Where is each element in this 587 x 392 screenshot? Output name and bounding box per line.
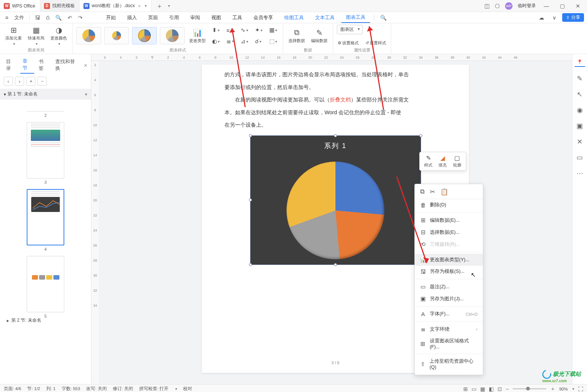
tab-close-icon[interactable]: × [137, 3, 142, 9]
reset-style-button[interactable]: ↺ 重置样式 [365, 39, 387, 47]
style-btn[interactable]: ⬚▾ [267, 37, 279, 46]
paste-icon[interactable]: 📋 [440, 188, 448, 196]
ctx-change-chart-type[interactable]: 📊更改图表类型(Y)... [415, 254, 483, 266]
login-label[interactable]: 临时登录 [518, 3, 536, 9]
undo-icon[interactable]: ↶ [65, 15, 74, 21]
minimize-button[interactable]: — [541, 3, 552, 9]
thumbnails[interactable]: 2 3 4 5 [0, 100, 91, 384]
close-button[interactable]: ✕ [573, 3, 583, 9]
ctx-delete[interactable]: 🗑删除(D) [415, 199, 483, 211]
style-btn[interactable]: ≡▾ [224, 26, 236, 35]
status-words[interactable]: 字数: 553 [62, 386, 80, 392]
ctx-select-data[interactable]: ⊟选择数据(E)... [415, 226, 483, 238]
tab-tools[interactable]: 工具 [228, 13, 247, 23]
ctx-font[interactable]: A字体(F)...Ctrl+D [415, 308, 483, 320]
pie-chart[interactable] [287, 162, 384, 259]
outline-button[interactable]: ▢轮廓 [453, 154, 461, 168]
status-track[interactable]: 修订: 关闭 [113, 386, 133, 392]
add-element-button[interactable]: ⊞添加元素▾ [4, 25, 23, 47]
sidebar-location-pin[interactable]: 📍 [575, 58, 585, 67]
maximize-button[interactable]: ▢ [557, 3, 567, 9]
section-header[interactable]: ▾ 第 1 节: 未命名▾ [0, 89, 91, 100]
style-btn[interactable]: ▦▾ [267, 26, 279, 35]
expand-icon[interactable]: ∨ [550, 15, 558, 21]
style-button[interactable]: ✎样式 [424, 154, 432, 168]
nav-tab-sections[interactable]: 章节 [20, 56, 35, 74]
tab-list-icon[interactable]: ▾ [167, 4, 170, 8]
nav-tab-find-replace[interactable]: 查找和替换 [53, 57, 82, 73]
book-icon[interactable]: ▭ [576, 153, 583, 162]
nav-next-button[interactable]: › [15, 77, 24, 86]
set-format-button[interactable]: ⚙ 设置格式 [337, 39, 359, 47]
page-thumb[interactable]: 2 [0, 102, 91, 120]
edit-data-button[interactable]: ✎编辑数据 [309, 27, 329, 44]
section-header-2[interactable]: ▸ 第 2 节: 未命名 [7, 317, 41, 324]
tab-app[interactable]: W WPS Office [0, 0, 40, 12]
cube-icon[interactable]: ⬡ [495, 3, 500, 9]
fullscreen-icon[interactable]: ⛶ [578, 386, 583, 392]
vertical-ruler[interactable]: 246810121416182022242628303234 [91, 61, 99, 384]
ctx-upload[interactable]: ⇪上传至稻壳资源中心(Q) [415, 356, 483, 372]
save-icon[interactable]: 🖫 [33, 15, 42, 21]
view-mode-icon[interactable]: ▦ [480, 386, 485, 392]
page-thumb[interactable]: 3 [0, 120, 91, 187]
horizontal-ruler[interactable]: 642∇246810121416182022242628303234363840… [91, 54, 572, 61]
tab-menu-icon[interactable]: ▾ [144, 4, 147, 8]
tab-draw-tools[interactable]: 绘图工具 [280, 13, 308, 23]
image-icon[interactable]: ▣ [576, 122, 583, 130]
select-data-button[interactable]: ⧉选择数据 [287, 27, 306, 44]
cursor-icon[interactable]: ↖ [577, 90, 582, 98]
document-scroll[interactable]: 的方式，请单击该图片，图片旁边将会显示布局选项按钮。当处理表格时，单击 要添加行… [99, 61, 572, 384]
preview-icon[interactable]: 🔍 [53, 15, 64, 21]
view-mode-icon[interactable]: ⊞ [463, 386, 468, 392]
ctx-edit-data[interactable]: ⊞编辑数据(E)... [415, 214, 483, 226]
redo-icon[interactable]: ↷ [76, 15, 85, 21]
tab-home[interactable]: 开始 [102, 13, 120, 23]
tab-add-button[interactable]: ＋ [152, 2, 167, 11]
panel-icon[interactable]: ◫ [484, 3, 490, 9]
share-button[interactable]: ⇪分享 [562, 13, 584, 22]
status-section[interactable]: 节: 1/2 [27, 386, 40, 392]
zoom-slider[interactable] [513, 388, 546, 389]
tab-members[interactable]: 会员专享 [249, 13, 278, 23]
tab-chart-tools[interactable]: 图表工具 [341, 12, 370, 23]
style-btn[interactable]: ⬍▾ [210, 26, 221, 35]
nav-add-button[interactable]: ＋ [26, 77, 35, 86]
style-btn[interactable]: ⊿▾ [239, 37, 250, 46]
nav-tab-toc[interactable]: 目录 [4, 57, 18, 73]
chart-style-preset[interactable] [160, 27, 185, 44]
page-thumb-selected[interactable]: 4 [0, 187, 91, 254]
change-color-button[interactable]: ◑更改颜色▾ [49, 25, 68, 47]
cloud-icon[interactable]: ☁ [537, 15, 546, 21]
menu-icon[interactable]: ≡ [3, 15, 11, 21]
ctx-save-as-image[interactable]: ▣另存为图片(J)... [415, 293, 483, 305]
style-btn[interactable]: ☌▾ [253, 37, 264, 46]
page-thumb[interactable]: 5 [0, 254, 91, 321]
file-menu[interactable]: 文件 [12, 14, 26, 21]
ctx-caption[interactable]: ▭题注(Z)... [415, 281, 483, 293]
pen-icon[interactable]: ✎ [577, 74, 582, 83]
change-type-button[interactable]: 📊更改类型 [188, 27, 207, 44]
stamp-icon[interactable]: ◉ [577, 106, 583, 114]
nav-tab-bookmarks[interactable]: 书签 [36, 57, 51, 73]
search-icon[interactable]: 🔍 [378, 15, 389, 21]
ctx-text-wrap[interactable]: ≣文字环绕› [415, 323, 483, 335]
nav-remove-button[interactable]: － [38, 77, 47, 86]
quick-layout-button[interactable]: ▦快速布局▾ [26, 25, 46, 47]
style-btn[interactable]: ✦▾ [253, 26, 264, 35]
chart-area-select[interactable]: 图表区 [337, 25, 363, 34]
chart-style-preset[interactable] [76, 27, 101, 44]
zoom-value[interactable]: 90% [559, 387, 568, 391]
chart-style-preset-selected[interactable] [132, 27, 157, 44]
style-btn[interactable]: ◐▾ [210, 37, 221, 46]
view-mode-icon[interactable]: ▭ [472, 386, 476, 392]
style-btn[interactable]: ∿▾ [239, 26, 250, 35]
print-icon[interactable]: ⎙ [44, 15, 52, 21]
status-proof[interactable]: 校对 [183, 386, 192, 392]
view-mode-icon[interactable]: ⊡ [498, 386, 502, 392]
zoom-in-icon[interactable]: ＋ [550, 386, 555, 392]
tab-insert[interactable]: 插入 [123, 13, 141, 23]
view-mode-icon[interactable]: ◧ [489, 386, 494, 392]
tab-page[interactable]: 页面 [144, 13, 162, 23]
tab-templates[interactable]: D 找稻壳模板 [40, 0, 80, 12]
